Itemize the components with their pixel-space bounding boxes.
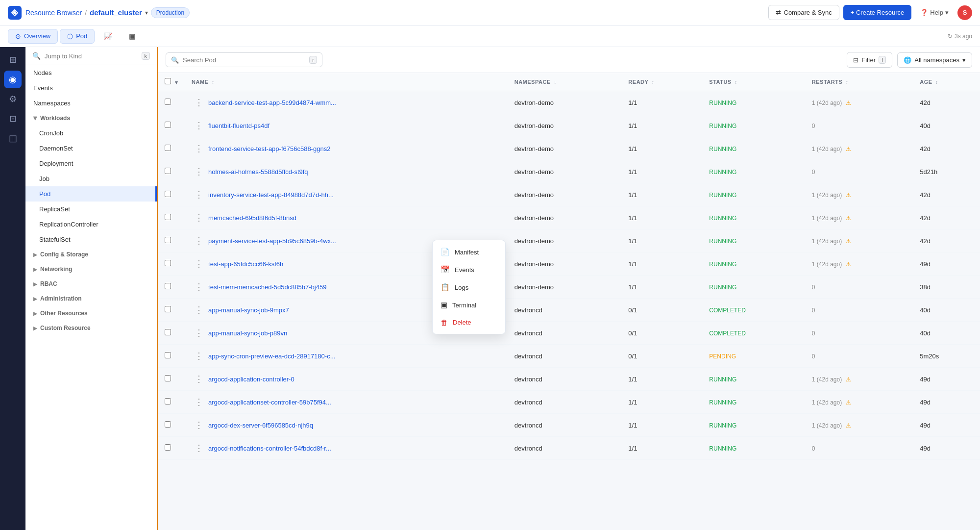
row-checkbox-4[interactable] <box>165 191 171 197</box>
pod-name-link-4[interactable]: inventory-service-test-app-84988d7d7d-hh… <box>208 191 334 199</box>
sidebar-item-statefulset[interactable]: StatefulSet <box>25 232 157 247</box>
pod-name-link-9[interactable]: app-manual-sync-job-9mpx7 <box>208 306 289 314</box>
row-checkbox-5[interactable] <box>165 214 171 220</box>
row-menu-button-1[interactable]: ⋮ <box>192 119 206 132</box>
create-resource-button[interactable]: + Create Resource <box>843 5 911 20</box>
rail-settings-icon[interactable]: ⚙ <box>4 90 22 108</box>
col-restarts[interactable]: RESTARTS ↕ <box>805 73 913 91</box>
pod-name-link-0[interactable]: backend-service-test-app-5c99d4874-wmm..… <box>208 99 336 106</box>
sidebar-group-networking[interactable]: ▶ Networking <box>25 262 157 277</box>
tab-overview[interactable]: ⊙ Overview <box>8 29 58 44</box>
row-checkbox-15[interactable] <box>165 444 171 451</box>
row-menu-button-0[interactable]: ⋮ <box>192 96 206 109</box>
sidebar-item-replicaset[interactable]: ReplicaSet <box>25 202 157 217</box>
pod-name-link-10[interactable]: app-manual-sync-job-p89vn <box>208 329 287 337</box>
sidebar-group-administration[interactable]: ▶ Administration <box>25 291 157 306</box>
pod-name-link-3[interactable]: holmes-ai-holmes-5588d5ffcd-st9fq <box>208 168 308 176</box>
row-menu-button-13[interactable]: ⋮ <box>192 396 206 408</box>
col-namespace[interactable]: NAMESPACE ↓ <box>508 73 622 91</box>
row-menu-button-7[interactable]: ⋮ <box>192 257 206 270</box>
row-menu-button-5[interactable]: ⋮ <box>192 211 206 224</box>
col-status[interactable]: STATUS ↕ <box>702 73 805 91</box>
cluster-dropdown-icon[interactable]: ▾ <box>145 9 148 16</box>
compare-sync-button[interactable]: ⇄ Compare & Sync <box>768 5 839 20</box>
row-menu-button-9[interactable]: ⋮ <box>192 303 206 316</box>
row-menu-button-4[interactable]: ⋮ <box>192 188 206 201</box>
tab-terminal[interactable]: ▣ <box>122 29 143 44</box>
namespace-selector[interactable]: 🌐 All namespaces ▾ <box>897 52 972 68</box>
row-checkbox-2[interactable] <box>165 145 171 151</box>
col-ready[interactable]: READY ↕ <box>621 73 702 91</box>
rail-home-icon[interactable]: ⊞ <box>4 51 22 69</box>
sidebar-item-namespaces[interactable]: Namespaces <box>25 96 157 111</box>
rail-apps-icon[interactable]: ⊡ <box>4 110 22 127</box>
tab-pod[interactable]: ⬡ Pod <box>60 29 95 44</box>
sidebar-item-deployment[interactable]: Deployment <box>25 156 157 171</box>
filter-button[interactable]: ⊟ Filter f <box>847 52 892 68</box>
pod-name-link-2[interactable]: frontend-service-test-app-f6756c588-ggns… <box>208 145 330 152</box>
row-menu-button-15[interactable]: ⋮ <box>192 442 206 454</box>
row-checkbox-12[interactable] <box>165 375 171 381</box>
pod-name-link-1[interactable]: fluentbit-fluentd-ps4df <box>208 122 270 129</box>
sidebar-group-config-storage[interactable]: ▶ Config & Storage <box>25 247 157 262</box>
row-checkbox-9[interactable] <box>165 306 171 312</box>
row-menu-button-3[interactable]: ⋮ <box>192 165 206 178</box>
context-menu-terminal[interactable]: ▣ Terminal <box>433 296 505 314</box>
pod-name-link-15[interactable]: argocd-notifications-controller-54fbdcd8… <box>208 445 331 452</box>
rail-layers-icon[interactable]: ◫ <box>4 129 22 147</box>
sidebar-item-cronjob[interactable]: CronJob <box>25 126 157 141</box>
sidebar-group-other-resources[interactable]: ▶ Other Resources <box>25 306 157 321</box>
row-checkbox-1[interactable] <box>165 122 171 128</box>
row-checkbox-11[interactable] <box>165 352 171 358</box>
sidebar-search-input[interactable] <box>45 52 138 60</box>
row-checkbox-10[interactable] <box>165 329 171 335</box>
sidebar-item-pod[interactable]: Pod <box>25 186 157 202</box>
sidebar-group-rbac[interactable]: ▶ RBAC <box>25 277 157 291</box>
help-button[interactable]: ❓ Help ▾ <box>915 5 954 20</box>
pod-name-link-14[interactable]: argocd-dex-server-6f596585cd-njh9q <box>208 422 313 429</box>
row-menu-button-10[interactable]: ⋮ <box>192 327 206 339</box>
pod-name-link-7[interactable]: test-app-65fdc5cc66-ksf6h <box>208 260 283 268</box>
pod-status-cell: RUNNING <box>702 137 805 160</box>
sidebar-item-events[interactable]: Events <box>25 80 157 96</box>
pod-name-link-5[interactable]: memcached-695d8f6d5f-8bnsd <box>208 214 296 222</box>
row-menu-button-12[interactable]: ⋮ <box>192 373 206 385</box>
row-menu-button-8[interactable]: ⋮ <box>192 280 206 293</box>
row-menu-button-6[interactable]: ⋮ <box>192 234 206 247</box>
pod-search-input[interactable] <box>183 56 305 64</box>
avatar[interactable]: S <box>957 5 972 20</box>
col-name[interactable]: NAME ↕ <box>185 73 508 91</box>
env-badge[interactable]: Production <box>151 7 190 18</box>
row-menu-button-11[interactable]: ⋮ <box>192 350 206 362</box>
row-checkbox-0[interactable] <box>165 99 171 105</box>
row-checkbox-3[interactable] <box>165 168 171 174</box>
context-menu-logs[interactable]: 📋 Logs <box>433 278 505 296</box>
sidebar-group-workloads[interactable]: ▶ Workloads <box>25 111 157 126</box>
row-menu-button-2[interactable]: ⋮ <box>192 142 206 155</box>
row-checkbox-14[interactable] <box>165 421 171 428</box>
tab-chart[interactable]: 📈 <box>97 29 120 44</box>
sidebar-group-custom-resource[interactable]: ▶ Custom Resource <box>25 321 157 335</box>
warn-icon-5: ⚠ <box>846 215 851 222</box>
context-menu-delete[interactable]: 🗑 Delete <box>433 314 505 331</box>
pod-name-link-6[interactable]: payment-service-test-app-5b95c6859b-4wx.… <box>208 237 336 245</box>
row-checkbox-8[interactable] <box>165 283 171 289</box>
row-checkbox-6[interactable] <box>165 237 171 243</box>
sidebar-item-job[interactable]: Job <box>25 171 157 186</box>
sidebar-item-daemonset[interactable]: DaemonSet <box>25 141 157 156</box>
sidebar-item-nodes[interactable]: Nodes <box>25 65 157 80</box>
row-menu-button-14[interactable]: ⋮ <box>192 419 206 431</box>
pod-name-link-13[interactable]: argocd-applicationset-controller-59b75f9… <box>208 399 331 406</box>
rail-resources-icon[interactable]: ◉ <box>4 71 22 88</box>
pod-name-link-12[interactable]: argocd-application-controller-0 <box>208 376 294 383</box>
pod-name-link-8[interactable]: test-mem-memcached-5d5dc885b7-bj459 <box>208 283 326 291</box>
cluster-name[interactable]: default_cluster <box>90 8 142 17</box>
pod-name-link-11[interactable]: app-sync-cron-preview-ea-dcd-28917180-c.… <box>208 353 335 360</box>
col-age[interactable]: AGE ↕ <box>913 73 980 91</box>
context-menu-manifest[interactable]: 📄 Manifest <box>433 243 505 261</box>
context-menu-events[interactable]: 📅 Events <box>433 261 505 278</box>
row-checkbox-13[interactable] <box>165 398 171 404</box>
select-all-checkbox[interactable] <box>165 78 171 84</box>
sidebar-item-replicationcontroller[interactable]: ReplicationController <box>25 217 157 232</box>
row-checkbox-7[interactable] <box>165 260 171 266</box>
